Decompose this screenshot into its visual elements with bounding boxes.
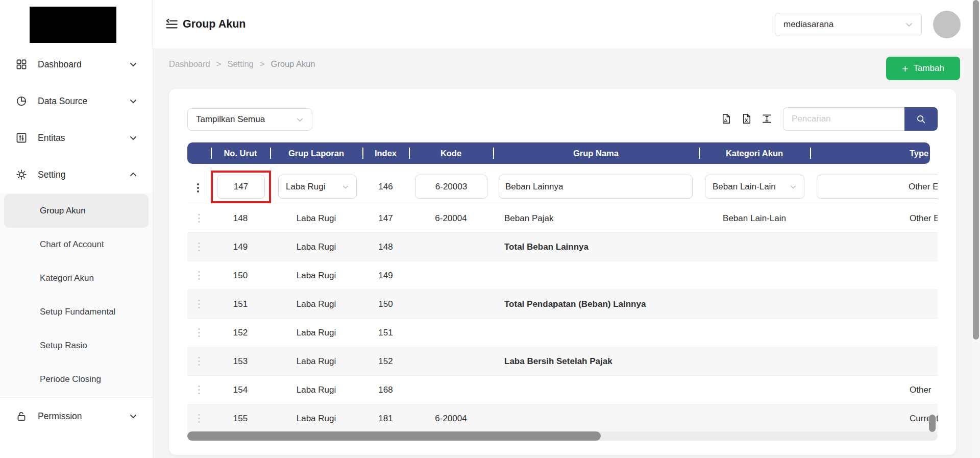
breadcrumb-dashboard[interactable]: Dashboard <box>169 59 210 69</box>
row-handle-cell <box>187 319 211 347</box>
row-kebab-icon[interactable] <box>195 211 203 226</box>
cell-grup-laporan: Laba Rugi <box>270 233 362 261</box>
sidebar-item-dashboard[interactable]: Dashboard <box>0 46 153 83</box>
table-row: 153Laba Rugi152Laba Bersih Setelah Pajak <box>187 347 938 376</box>
kategori-akun-select[interactable]: Beban Lain-Lain <box>705 175 804 199</box>
cell-grup-nama <box>493 404 699 432</box>
horizontal-scrollbar[interactable] <box>187 431 938 441</box>
avatar[interactable] <box>933 11 961 38</box>
cell-grup-nama: Total Beban Lainnya <box>493 233 699 261</box>
cell-no-urut: 148 <box>211 204 270 232</box>
filter-select-value: Tampilkan Semua <box>196 114 265 125</box>
type-akun-input[interactable] <box>817 175 938 199</box>
cell-grup-nama <box>493 376 699 404</box>
submenu-item-setup-fundamental[interactable]: Setup Fundamental <box>4 295 149 329</box>
add-button-label: Tambah <box>913 63 944 74</box>
sidebar-item-data-source[interactable]: Data Source <box>0 83 153 119</box>
cell-index: 148 <box>362 233 409 261</box>
grup-nama-input[interactable] <box>499 175 693 199</box>
row-kebab-icon[interactable] <box>194 180 202 196</box>
cell-kode: 6-20004 <box>409 204 493 232</box>
breadcrumb-separator: > <box>260 59 265 69</box>
row-handle-cell <box>187 404 211 432</box>
no-urut-input[interactable] <box>217 175 265 199</box>
row-kebab-icon[interactable] <box>195 411 203 426</box>
cell-grup-nama <box>493 261 699 290</box>
dashboard-grid-icon <box>15 58 28 70</box>
row-kebab-icon[interactable] <box>195 325 203 341</box>
sidebar-item-setting[interactable]: Setting <box>0 156 153 193</box>
cell-kode <box>409 376 493 404</box>
add-button[interactable]: + Tambah <box>886 57 960 80</box>
column-header-index: Index <box>362 142 409 164</box>
breadcrumb-setting[interactable]: Setting <box>227 59 253 69</box>
row-handle-cell <box>187 290 211 318</box>
submenu-item-chart-of-account[interactable]: Chart of Account <box>4 228 149 261</box>
workspace-select[interactable]: mediasarana <box>775 13 922 36</box>
row-kebab-icon[interactable] <box>195 354 203 369</box>
submenu-item-periode-closing[interactable]: Periode Closing <box>4 363 149 396</box>
horizontal-scrollbar-thumb[interactable] <box>187 431 601 441</box>
cell-index: 150 <box>362 290 409 318</box>
plus-icon: + <box>902 63 908 74</box>
table-card: Tampilkan Semua <box>169 89 956 455</box>
row-kebab-icon[interactable] <box>195 268 203 283</box>
kode-input[interactable] <box>415 175 487 199</box>
breadcrumb-current: Group Akun <box>271 59 315 69</box>
page-scrollbar-thumb[interactable] <box>973 0 979 340</box>
index-value: 146 <box>362 175 409 199</box>
sidebar-item-entitas[interactable]: Entitas <box>0 119 153 156</box>
gear-icon <box>15 168 28 181</box>
topbar: Group Akun mediasarana <box>153 0 980 49</box>
search-input[interactable] <box>783 107 904 131</box>
cell-type-akun: Current <box>810 404 938 432</box>
table-row: 154Laba Rugi168Other <box>187 376 938 404</box>
column-header-kode: Kode <box>409 142 493 164</box>
cell-kode <box>409 261 493 290</box>
row-handle-cell <box>187 261 211 290</box>
export-excel-icon[interactable] <box>741 113 752 125</box>
cell-index: 181 <box>362 404 409 432</box>
sidebar-item-label: Data Source <box>38 96 119 107</box>
cell-index: 168 <box>362 376 409 404</box>
cell-kode: 6-20004 <box>409 404 493 432</box>
export-pdf-icon[interactable] <box>720 113 732 125</box>
cell-index: 152 <box>362 347 409 375</box>
table-rows: 148Laba Rugi1476-20004Beban PajakBeban L… <box>187 204 938 433</box>
searchbar <box>783 107 938 131</box>
page-scrollbar[interactable] <box>972 0 980 458</box>
page-title: Group Akun <box>183 0 246 49</box>
column-header-no-urut: No. Urut <box>211 142 270 164</box>
submenu-item-kategori-akun[interactable]: Kategori Akun <box>4 261 149 295</box>
cell-type-akun: Other <box>810 376 938 404</box>
table-row: 150Laba Rugi149 <box>187 261 938 290</box>
submenu-item-group-akun[interactable]: Group Akun <box>4 194 149 228</box>
cell-kategori-akun <box>699 376 810 404</box>
search-button[interactable] <box>904 107 938 131</box>
collapse-sidebar-icon[interactable] <box>165 17 179 31</box>
workspace-select-value: mediasarana <box>783 19 834 30</box>
table: No. Urut Grup Laporan Index Kode Grup Na… <box>187 142 938 445</box>
sidebar-item-permission[interactable]: Permission <box>0 398 153 435</box>
row-kebab-icon[interactable] <box>195 382 203 398</box>
cell-kode <box>409 319 493 347</box>
filter-select[interactable]: Tampilkan Semua <box>187 108 312 131</box>
cell-no-urut: 151 <box>211 290 270 318</box>
row-kebab-icon[interactable] <box>195 297 203 312</box>
lock-open-icon <box>15 410 28 422</box>
content: Dashboard > Setting > Group Akun + Tamba… <box>153 49 980 458</box>
chevron-down-icon <box>790 183 797 190</box>
grup-laporan-select[interactable]: Laba Rugi <box>278 175 357 199</box>
cell-kategori-akun <box>699 233 810 261</box>
cell-no-urut: 154 <box>211 376 270 404</box>
sidebar: Dashboard Data Source Entitas Setting <box>0 0 153 458</box>
text-height-icon[interactable] <box>761 113 773 125</box>
cell-grup-nama: Laba Bersih Setelah Pajak <box>493 347 699 375</box>
cell-no-urut: 149 <box>211 233 270 261</box>
cell-type-akun <box>810 347 938 375</box>
row-kebab-icon[interactable] <box>195 239 203 255</box>
cell-grup-laporan: Laba Rugi <box>270 319 362 347</box>
pie-chart-icon <box>15 95 28 107</box>
submenu-item-setup-rasio[interactable]: Setup Rasio <box>4 329 149 363</box>
vertical-scrollbar-thumb[interactable] <box>929 415 936 432</box>
